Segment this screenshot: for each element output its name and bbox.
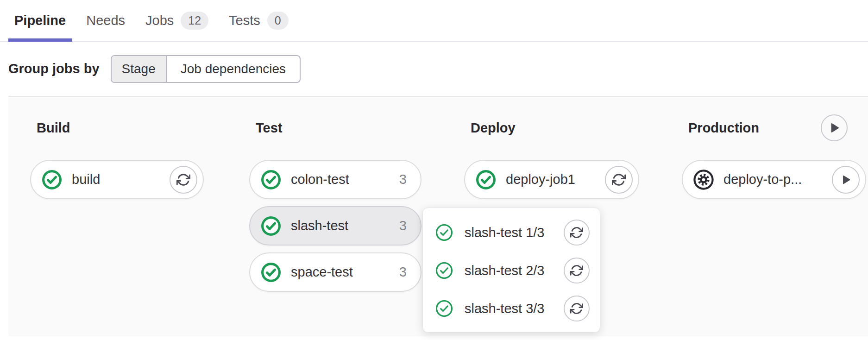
stage-title: Test <box>256 120 282 136</box>
job-name: colon-test <box>291 172 390 187</box>
job-name: deploy-job1 <box>506 172 596 187</box>
stage-deploy: Deploy deploy-job1 <box>464 96 639 199</box>
parallel-job-count: 3 <box>399 264 407 280</box>
stage-build-jobs: build <box>30 160 204 199</box>
status-success-icon <box>41 169 63 190</box>
retry-button[interactable] <box>605 166 633 194</box>
job-pill-build[interactable]: build <box>30 160 204 199</box>
job-pill-slash-test[interactable]: slash-test 3 <box>249 206 421 246</box>
tab-tests-label: Tests <box>229 13 260 28</box>
job-name: slash-test <box>291 218 390 233</box>
stage-test-header: Test <box>249 114 421 141</box>
stage-production: Production deploy-to-p... <box>682 96 866 199</box>
retry-button[interactable] <box>564 296 590 321</box>
status-manual-icon <box>693 169 714 190</box>
parallel-job-count: 3 <box>399 218 407 233</box>
tab-pipeline-label: Pipeline <box>14 13 66 28</box>
segment-stage[interactable]: Stage <box>112 56 167 82</box>
stage-deploy-header: Deploy <box>464 114 639 141</box>
stage-build-header: Build <box>30 114 204 141</box>
jobs-count-badge: 12 <box>181 12 208 30</box>
retry-icon <box>570 264 583 277</box>
dropdown-item-slash-test-2[interactable]: slash-test 2/3 <box>435 252 590 290</box>
retry-icon <box>176 173 190 187</box>
segment-job-dependencies[interactable]: Job dependencies <box>167 56 300 82</box>
stage-title: Production <box>688 120 759 136</box>
status-success-icon <box>260 262 282 283</box>
play-button[interactable] <box>832 166 860 194</box>
job-name: build <box>72 172 160 187</box>
job-name: slash-test 3/3 <box>465 301 553 316</box>
stage-production-header: Production <box>682 114 866 141</box>
pipeline-tab-bar: Pipeline Needs Jobs 12 Tests 0 <box>0 0 868 42</box>
status-success-icon <box>435 223 453 242</box>
status-success-icon <box>260 215 282 237</box>
stage-build: Build build <box>30 96 204 199</box>
job-pill-deploy-job1[interactable]: deploy-job1 <box>464 160 639 199</box>
job-name: space-test <box>291 264 390 280</box>
retry-button[interactable] <box>170 166 197 194</box>
stage-test: Test colon-test 3 slash-test 3 space-tes… <box>249 96 421 292</box>
status-success-icon <box>260 169 282 190</box>
retry-icon <box>612 173 626 187</box>
stage-title: Deploy <box>471 120 516 136</box>
play-icon <box>840 174 852 186</box>
group-by-segmented-control: Stage Job dependencies <box>111 55 301 83</box>
tab-needs-label: Needs <box>86 13 125 28</box>
parallel-job-count: 3 <box>399 172 407 187</box>
job-name: slash-test 2/3 <box>465 263 553 278</box>
group-jobs-by-bar: Group jobs by Stage Job dependencies <box>8 42 301 96</box>
jobs-dropdown: slash-test 1/3 slash-test 2/3 slash-test… <box>422 208 600 333</box>
job-name: slash-test 1/3 <box>465 225 553 240</box>
job-pill-colon-test[interactable]: colon-test 3 <box>249 160 421 199</box>
status-success-icon <box>435 299 453 318</box>
group-jobs-by-label: Group jobs by <box>8 61 100 76</box>
retry-button[interactable] <box>564 220 590 246</box>
dropdown-item-slash-test-3[interactable]: slash-test 3/3 <box>435 290 590 327</box>
retry-button[interactable] <box>564 258 590 283</box>
stage-production-jobs: deploy-to-p... <box>682 160 866 199</box>
play-icon <box>828 121 841 134</box>
stage-deploy-jobs: deploy-job1 <box>464 160 639 199</box>
dropdown-item-slash-test-1[interactable]: slash-test 1/3 <box>435 214 590 252</box>
status-success-icon <box>435 261 453 280</box>
status-success-icon <box>475 169 497 190</box>
job-pill-deploy-to-prod[interactable]: deploy-to-p... <box>682 160 866 199</box>
job-pill-space-test[interactable]: space-test 3 <box>249 252 421 292</box>
stage-title: Build <box>37 120 70 136</box>
retry-icon <box>570 302 583 315</box>
tab-pipeline[interactable]: Pipeline <box>8 0 72 41</box>
stage-test-jobs: colon-test 3 slash-test 3 space-test 3 <box>249 160 421 292</box>
tests-count-badge: 0 <box>267 12 289 30</box>
tab-jobs-label: Jobs <box>145 13 174 28</box>
tab-needs[interactable]: Needs <box>80 0 131 41</box>
tab-tests[interactable]: Tests 0 <box>223 0 295 41</box>
tab-jobs[interactable]: Jobs 12 <box>139 0 214 41</box>
stage-play-button[interactable] <box>821 114 848 141</box>
job-name: deploy-to-p... <box>723 172 823 187</box>
retry-icon <box>570 226 583 239</box>
